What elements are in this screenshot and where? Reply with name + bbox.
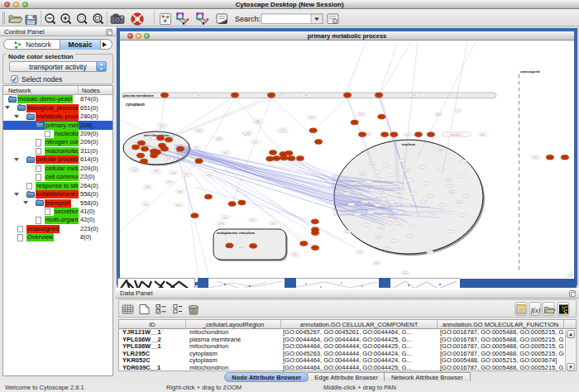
- svg-text:(xxx): (xxx): [246, 131, 251, 135]
- svg-text:(xx): (xx): [361, 173, 364, 174]
- svg-text:annotation(...): annotation(...): [450, 133, 463, 136]
- svg-text:(xxx): (xxx): [309, 116, 314, 119]
- svg-text:nucleus: nucleus: [402, 142, 416, 146]
- svg-text:plasma membrane: plasma membrane: [123, 93, 154, 98]
- svg-text:(xxx): (xxx): [250, 218, 255, 222]
- svg-text:(xxx): (xxx): [196, 93, 201, 97]
- svg-text:(xxx): (xxx): [253, 141, 258, 144]
- svg-text:(xx): (xx): [380, 227, 383, 228]
- svg-text:(xxx): (xxx): [146, 185, 151, 189]
- svg-text:(xxx): (xxx): [411, 93, 416, 97]
- svg-text:(xxx): (xxx): [171, 171, 176, 174]
- svg-text:(xxx): (xxx): [144, 203, 149, 206]
- svg-text:(xxx): (xxx): [217, 137, 222, 141]
- svg-text:(xxx): (xxx): [271, 222, 276, 225]
- svg-text:(xx): (xx): [447, 179, 450, 180]
- svg-text:(xxx): (xxx): [176, 203, 181, 207]
- svg-text:(xxx): (xxx): [359, 112, 364, 116]
- svg-text:(xx): (xx): [437, 113, 440, 115]
- svg-text:(xx): (xx): [371, 163, 374, 165]
- svg-text:(xxx): (xxx): [223, 151, 228, 155]
- svg-text:unassigned: unassigned: [520, 69, 540, 74]
- svg-text:(xxx): (xxx): [534, 155, 538, 159]
- svg-text:(xx): (xx): [375, 262, 378, 264]
- svg-text:(xxx): (xxx): [207, 173, 212, 176]
- svg-text:(xx): (xx): [457, 201, 461, 203]
- svg-text:(xxx): (xxx): [223, 216, 228, 219]
- svg-text:Search:: Search:: [235, 15, 261, 23]
- svg-text:(xxx): (xxx): [239, 245, 244, 248]
- svg-text:(xx): (xx): [405, 204, 409, 206]
- svg-text:(xx): (xx): [357, 191, 361, 193]
- svg-text:(xxx): (xxx): [154, 170, 159, 173]
- svg-text:(xxx): (xxx): [481, 133, 486, 136]
- svg-text:endoplasmic reticulum: endoplasmic reticulum: [217, 231, 255, 235]
- svg-text:(xx): (xx): [363, 201, 366, 203]
- svg-text:(xxx): (xxx): [160, 125, 165, 128]
- svg-text:(xxx): (xxx): [304, 93, 309, 97]
- svg-text:(xxx): (xxx): [197, 129, 202, 132]
- svg-text:(xx): (xx): [432, 213, 435, 214]
- svg-text:(xx): (xx): [397, 191, 400, 193]
- svg-text:(xxx): (xxx): [256, 119, 261, 122]
- svg-text:cytoplasm: cytoplasm: [126, 103, 145, 107]
- svg-text:(xxx): (xxx): [184, 173, 189, 176]
- svg-text:(xxx): (xxx): [167, 180, 172, 184]
- svg-text:(xxx): (xxx): [293, 253, 298, 256]
- svg-text:f(x): f(x): [531, 307, 540, 314]
- svg-text:(xx): (xx): [405, 170, 409, 171]
- svg-text:(xx): (xx): [451, 191, 454, 193]
- svg-text:(xx): (xx): [376, 237, 380, 238]
- svg-text:(xxx): (xxx): [280, 128, 285, 131]
- svg-text:(xxx): (xxx): [166, 157, 171, 160]
- svg-text:(xxx): (xxx): [148, 136, 153, 140]
- svg-text:(xxx): (xxx): [132, 169, 137, 172]
- svg-text:(xxx): (xxx): [405, 133, 410, 136]
- svg-text:(xx): (xx): [395, 183, 398, 184]
- svg-text:(xx): (xx): [383, 215, 386, 217]
- svg-text:(xx): (xx): [352, 183, 356, 184]
- svg-text:(xxx): (xxx): [178, 190, 183, 194]
- svg-text:(xx): (xx): [385, 248, 389, 250]
- svg-text:(xxx): (xxx): [219, 222, 224, 225]
- svg-text:(xx): (xx): [439, 148, 443, 150]
- svg-text:(xxx): (xxx): [194, 146, 199, 150]
- svg-text:(xx): (xx): [404, 272, 407, 274]
